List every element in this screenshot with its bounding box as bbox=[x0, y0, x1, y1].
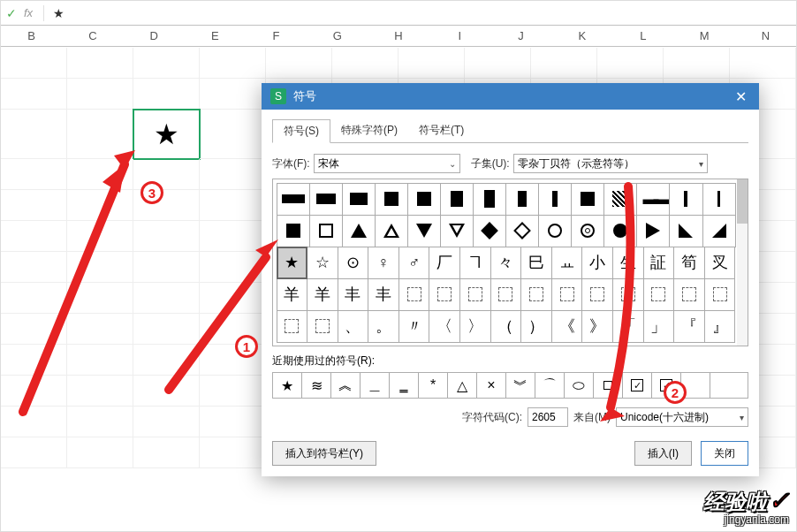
recent-cell[interactable] bbox=[594, 373, 623, 398]
col-header[interactable]: B bbox=[1, 26, 62, 46]
tab-symbols[interactable]: 符号(S) bbox=[272, 119, 330, 143]
col-header[interactable]: H bbox=[368, 26, 429, 46]
symbol-cell[interactable]: 」 bbox=[643, 310, 675, 343]
symbol-cell[interactable]: 証 bbox=[643, 247, 675, 279]
symbol-cell[interactable]: 厂 bbox=[429, 247, 460, 279]
col-header[interactable]: K bbox=[551, 26, 612, 46]
symbol-cell[interactable]: ☆ bbox=[307, 247, 338, 279]
symbol-cell[interactable] bbox=[520, 278, 552, 311]
symbol-cell[interactable]: 々 bbox=[490, 247, 522, 279]
recent-cell[interactable]: ★ bbox=[273, 373, 302, 398]
insert-button[interactable]: 插入(I) bbox=[634, 441, 692, 466]
recent-cell[interactable]: ⌒ bbox=[535, 373, 565, 398]
symbol-cell[interactable]: 巳 bbox=[520, 247, 552, 279]
symbol-cell[interactable] bbox=[309, 183, 343, 216]
symbol-cell[interactable] bbox=[636, 215, 670, 247]
symbol-cell[interactable] bbox=[375, 183, 408, 216]
symbol-cell[interactable] bbox=[277, 310, 308, 343]
symbol-cell[interactable] bbox=[277, 215, 310, 247]
from-combo[interactable]: Unicode(十六进制) ▾ bbox=[616, 407, 748, 427]
symbol-cell[interactable] bbox=[571, 215, 604, 247]
subset-combo[interactable]: 零杂丁贝符（示意符等） ▾ bbox=[513, 154, 708, 173]
col-header[interactable]: N bbox=[735, 26, 796, 46]
col-header[interactable]: C bbox=[62, 26, 123, 46]
col-header[interactable]: G bbox=[307, 26, 368, 46]
symbol-cell[interactable] bbox=[603, 183, 637, 216]
symbol-cell[interactable] bbox=[702, 183, 736, 216]
symbol-cell-selected[interactable]: ★ bbox=[277, 247, 308, 279]
symbol-cell[interactable] bbox=[342, 183, 376, 216]
symbol-cell[interactable] bbox=[702, 215, 736, 247]
close-icon[interactable]: ✕ bbox=[732, 88, 750, 105]
symbol-cell[interactable]: ▬▬ bbox=[636, 183, 670, 216]
symbol-cell[interactable]: 丰 bbox=[338, 278, 369, 311]
font-combo[interactable]: 宋体 ⌄ bbox=[314, 154, 460, 173]
symbol-cell[interactable]: （ bbox=[490, 310, 522, 343]
symbol-cell[interactable]: 〉 bbox=[459, 310, 491, 343]
symbol-cell[interactable]: 生 bbox=[612, 247, 644, 279]
symbol-cell[interactable]: 、 bbox=[338, 310, 369, 343]
col-header[interactable]: E bbox=[185, 26, 246, 46]
tab-special[interactable]: 特殊字符(P) bbox=[330, 119, 408, 143]
recent-cell[interactable]: ︾ bbox=[506, 373, 535, 398]
symbol-cell[interactable] bbox=[505, 215, 539, 247]
recent-cell[interactable]: ‗ bbox=[390, 373, 419, 398]
symbol-cell[interactable] bbox=[473, 215, 506, 247]
symbol-cell[interactable]: 〈 bbox=[429, 310, 460, 343]
recent-cell[interactable] bbox=[710, 373, 740, 398]
symbol-cell[interactable]: 羊 bbox=[307, 278, 338, 311]
recent-cell[interactable]: × bbox=[477, 373, 506, 398]
symbol-cell[interactable] bbox=[538, 215, 572, 247]
symbol-cell[interactable]: 「 bbox=[612, 310, 644, 343]
symbol-cell[interactable] bbox=[669, 215, 702, 247]
col-header[interactable]: M bbox=[674, 26, 735, 46]
recent-cell[interactable]: ︽ bbox=[331, 373, 361, 398]
symbol-cell[interactable] bbox=[459, 278, 491, 311]
symbol-cell[interactable] bbox=[643, 278, 675, 311]
fx-icon[interactable]: fx bbox=[24, 6, 33, 19]
close-button[interactable]: 关闭 bbox=[701, 441, 748, 466]
symbol-cell[interactable] bbox=[551, 278, 583, 311]
symbol-cell[interactable]: ㅛ bbox=[551, 247, 583, 279]
char-code-input[interactable]: 2605 bbox=[528, 407, 568, 427]
recent-cell[interactable]: △ bbox=[448, 373, 477, 398]
recent-cell[interactable]: ✓ bbox=[623, 373, 652, 398]
symbol-cell[interactable] bbox=[581, 278, 613, 311]
symbol-cell[interactable] bbox=[307, 310, 338, 343]
symbol-cell[interactable] bbox=[407, 215, 441, 247]
recent-cell[interactable]: ⬭ bbox=[565, 373, 594, 398]
col-header[interactable]: D bbox=[123, 26, 184, 46]
symbol-cell[interactable] bbox=[673, 278, 705, 311]
symbol-cell[interactable]: ♂ bbox=[398, 247, 430, 279]
active-cell[interactable]: ★ bbox=[133, 110, 200, 159]
symbol-cell[interactable]: 『 bbox=[673, 310, 705, 343]
col-header[interactable]: J bbox=[490, 26, 551, 46]
symbol-cell[interactable]: ヿ bbox=[459, 247, 491, 279]
symbol-cell[interactable] bbox=[612, 278, 644, 311]
symbol-cell[interactable] bbox=[490, 278, 522, 311]
accept-icon[interactable]: ✓ bbox=[6, 6, 17, 20]
symbol-cell[interactable] bbox=[309, 215, 343, 247]
symbol-cell[interactable]: 』 bbox=[704, 310, 736, 343]
symbol-cell[interactable]: 〃 bbox=[398, 310, 430, 343]
scrollbar[interactable] bbox=[737, 179, 748, 346]
symbol-cell[interactable] bbox=[342, 215, 376, 247]
symbol-cell[interactable] bbox=[505, 183, 539, 216]
symbol-cell[interactable] bbox=[669, 183, 702, 216]
symbol-cell[interactable]: 小 bbox=[581, 247, 613, 279]
insert-to-bar-button[interactable]: 插入到符号栏(Y) bbox=[272, 441, 376, 466]
formula-content[interactable]: ★ bbox=[48, 6, 65, 20]
symbol-cell[interactable]: 筍 bbox=[673, 247, 705, 279]
symbol-cell[interactable]: 《 bbox=[551, 310, 583, 343]
recent-cell[interactable]: ≋ bbox=[302, 373, 331, 398]
recent-cell[interactable]: * bbox=[419, 373, 448, 398]
dialog-title-bar[interactable]: S 符号 ✕ bbox=[262, 83, 759, 110]
symbol-cell[interactable] bbox=[440, 215, 474, 247]
tab-bar[interactable]: 符号栏(T) bbox=[408, 119, 474, 143]
symbol-cell[interactable] bbox=[277, 183, 310, 216]
symbol-cell[interactable]: 羊 bbox=[277, 278, 308, 311]
symbol-cell[interactable] bbox=[704, 278, 736, 311]
symbol-cell[interactable]: 㕚 bbox=[704, 247, 736, 279]
symbol-cell[interactable] bbox=[407, 183, 441, 216]
symbol-cell[interactable] bbox=[398, 278, 430, 311]
